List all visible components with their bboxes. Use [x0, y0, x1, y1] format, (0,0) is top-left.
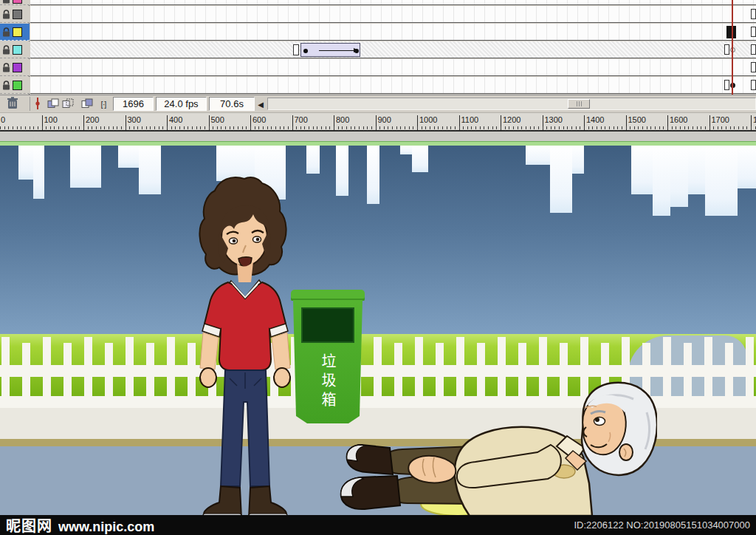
- ruler-minor-tick: [701, 126, 701, 129]
- lock-icon[interactable]: [2, 0, 10, 4]
- ruler-minor-tick: [743, 126, 743, 129]
- ruler-minor-tick: [288, 126, 289, 129]
- ruler-minor-tick: [100, 126, 101, 129]
- ruler-minor-tick: [688, 126, 689, 129]
- ruler-minor-tick: [225, 126, 226, 129]
- frame-row-yellow[interactable]: [30, 24, 756, 41]
- layer-color-swatch[interactable]: [13, 27, 22, 37]
- ruler-label: 800: [336, 115, 349, 124]
- frame-end-marker[interactable]: [724, 44, 729, 55]
- boy-character[interactable]: [187, 173, 296, 515]
- stage-canvas[interactable]: 垃圾箱: [0, 130, 756, 515]
- boy-fist: [274, 368, 290, 387]
- ruler-minor-tick: [267, 126, 268, 129]
- frame-end-marker[interactable]: [751, 44, 756, 55]
- scroll-left-arrow[interactable]: ◀: [255, 98, 266, 110]
- frame-end-marker[interactable]: [751, 80, 756, 90]
- layer-color-swatch[interactable]: [13, 45, 22, 55]
- skyline-building: [139, 146, 161, 194]
- ruler-minor-tick: [567, 126, 568, 129]
- frame-end-marker[interactable]: [751, 62, 756, 72]
- onion-skin-button[interactable]: [47, 98, 60, 111]
- frame-row-gray[interactable]: [30, 6, 756, 23]
- tween-span[interactable]: [300, 43, 360, 57]
- ruler-minor-tick: [384, 126, 385, 129]
- frame-row-magenta[interactable]: [30, 0, 756, 5]
- frame-row-cyan[interactable]: [30, 41, 756, 58]
- center-frame-button[interactable]: [31, 98, 44, 111]
- layer-color-swatch[interactable]: [13, 10, 22, 19]
- ruler-minor-tick: [726, 126, 726, 129]
- old-man-character[interactable]: [332, 380, 657, 515]
- boy-shoe: [249, 486, 286, 515]
- playhead[interactable]: [732, 0, 733, 95]
- ruler-minor-tick: [705, 126, 706, 129]
- ruler-minor-tick: [171, 126, 172, 129]
- ruler-minor-tick: [417, 126, 418, 129]
- frame-row-green[interactable]: [30, 77, 756, 94]
- modify-markers-button[interactable]: [·]: [97, 98, 110, 111]
- ruler-minor-tick: [113, 126, 114, 129]
- ruler-minor-tick: [134, 126, 134, 129]
- ruler-minor-tick: [109, 126, 109, 129]
- ruler-minor-tick: [188, 126, 188, 129]
- ruler-minor-tick: [4, 126, 5, 129]
- layer-color-swatch[interactable]: [13, 0, 22, 4]
- ruler-minor-tick: [680, 126, 681, 129]
- lock-icon[interactable]: [2, 10, 10, 19]
- ruler-minor-tick: [592, 126, 593, 129]
- layer-item-purple[interactable]: [0, 59, 30, 76]
- layer-item-yellow[interactable]: [0, 24, 30, 41]
- frame-end-marker: [293, 44, 299, 55]
- timeline-frames-area[interactable]: [30, 0, 756, 95]
- ruler-minor-tick: [167, 126, 168, 129]
- ruler-minor-tick: [230, 126, 230, 129]
- frame-end-marker[interactable]: [751, 9, 756, 19]
- frame-end-marker[interactable]: [751, 27, 756, 37]
- frame-row-purple[interactable]: [30, 59, 756, 76]
- ruler-label: 1200: [503, 115, 520, 124]
- boy-pupil: [233, 239, 236, 243]
- ruler-minor-tick: [104, 126, 105, 129]
- layer-color-swatch[interactable]: [13, 81, 22, 90]
- frame-end-marker[interactable]: [724, 80, 729, 90]
- onion-skin-outlines-button[interactable]: [61, 98, 75, 111]
- current-frame-field[interactable]: 1696: [113, 97, 154, 111]
- ruler-minor-tick: [313, 126, 314, 129]
- lock-icon[interactable]: [2, 27, 10, 37]
- layer-item-gray[interactable]: [0, 6, 30, 23]
- ruler-minor-tick: [718, 126, 718, 129]
- ruler-minor-tick: [263, 126, 264, 129]
- edit-multiple-frames-button[interactable]: [80, 98, 94, 111]
- lock-icon[interactable]: [2, 45, 10, 55]
- layer-color-swatch[interactable]: [13, 63, 22, 72]
- ruler-minor-tick: [88, 126, 89, 129]
- lock-icon[interactable]: [2, 63, 10, 72]
- boy-pupil: [256, 238, 260, 242]
- ruler-minor-tick: [42, 126, 43, 129]
- timeline-scrollbar-track[interactable]: [267, 98, 756, 110]
- ruler-minor-tick: [580, 126, 580, 129]
- motion-tween-span[interactable]: [293, 43, 363, 57]
- ruler-label: 1500: [628, 115, 646, 124]
- ruler-label: 1000: [419, 115, 437, 124]
- layer-item-cyan[interactable]: [0, 41, 30, 58]
- ruler-minor-tick: [363, 126, 364, 129]
- ruler-minor-tick: [175, 126, 176, 129]
- timeline-scrollbar-thumb[interactable]: [568, 99, 590, 109]
- lock-icon[interactable]: [2, 81, 10, 90]
- frame-rate-field[interactable]: 24.0 fps: [156, 97, 207, 111]
- ruler-minor-tick: [359, 126, 360, 129]
- layer-item-magenta[interactable]: [0, 0, 30, 5]
- ruler-minor-tick: [659, 126, 660, 129]
- ruler-label: 1100: [461, 115, 479, 124]
- delete-layer-button[interactable]: [6, 98, 19, 111]
- ruler-label: 300: [128, 115, 141, 124]
- ruler-minor-tick: [563, 126, 564, 129]
- center-frame-icon: [33, 98, 42, 112]
- ruler-minor-tick: [755, 126, 756, 129]
- ruler-minor-tick: [663, 126, 664, 129]
- layer-item-green[interactable]: [0, 77, 30, 94]
- ruler-minor-tick: [480, 126, 481, 129]
- ruler-label: 600: [252, 115, 266, 124]
